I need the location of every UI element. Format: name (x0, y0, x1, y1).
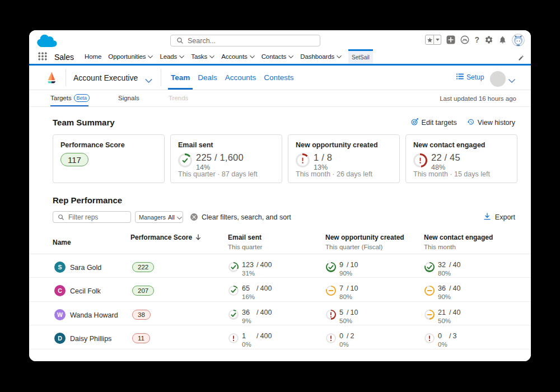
column-header-name[interactable]: Name (53, 239, 71, 246)
sort-desc-icon[interactable] (195, 234, 201, 242)
nav-item-leads[interactable]: Leads (160, 53, 184, 60)
app-tab-team[interactable]: Team (171, 66, 190, 90)
column-label: New contact engaged (424, 234, 493, 241)
beta-badge: Beta (74, 94, 90, 102)
avatar: C (54, 285, 66, 296)
star-icon[interactable] (425, 35, 434, 45)
column-header-new-contact-engaged[interactable]: New contact engagedThis month (424, 234, 493, 250)
global-header: ? (29, 30, 531, 49)
managers-dropdown[interactable]: Managers All (135, 211, 183, 223)
divider (161, 69, 161, 86)
notifications-bell-icon[interactable] (498, 35, 507, 44)
favorites-button[interactable] (425, 35, 441, 45)
metric-slash: / (256, 309, 258, 316)
edit-page-pencil-icon[interactable] (518, 53, 524, 63)
rep-row-sara-gold[interactable]: SSara Gold222123/40031%9/1090%32/4080% (29, 254, 531, 278)
filter-reps-input[interactable] (53, 211, 131, 223)
metric-denominator: 2 (350, 332, 354, 340)
column-header-performance-score[interactable]: Performance Score (130, 234, 201, 242)
performance-score-pill: 207 (132, 286, 154, 296)
chevron-down-icon[interactable] (508, 75, 515, 85)
tab-signals[interactable]: Signals (118, 95, 139, 101)
app-tab-contests[interactable]: Contests (264, 66, 293, 90)
metric-contact: 36/4090% (424, 284, 460, 300)
rep-name: Wanda Howard (70, 311, 118, 319)
metric-slash: / (256, 261, 258, 269)
chevron-down-icon[interactable] (337, 55, 342, 58)
nav-item-label: Home (85, 53, 101, 60)
progress-ring-warn (424, 286, 435, 296)
user-avatar[interactable] (512, 34, 525, 46)
rep-row-daisy-phillips[interactable]: DDaisy Phillips111/4000%0/20%0/30% (29, 325, 531, 349)
global-search[interactable] (170, 35, 320, 46)
favorites-caret-icon[interactable] (434, 35, 441, 45)
role-selector[interactable]: Account Executive (73, 73, 138, 82)
help-icon[interactable]: ? (474, 35, 479, 44)
chevron-down-icon[interactable] (145, 75, 152, 85)
chevron-down-icon[interactable] (250, 55, 255, 58)
column-header-new-opportunity-created[interactable]: New opportunity createdThis quarter (Fis… (325, 234, 404, 250)
metric-numerator: 7 (339, 284, 345, 292)
card-title: New contact engaged (413, 141, 510, 149)
metric-email: 123/40031% (228, 261, 272, 277)
rep-row-wanda-howard[interactable]: WWanda Howard3836/4009%5/1050%21/4050% (29, 302, 531, 326)
nav-item-home[interactable]: Home (85, 53, 101, 60)
metric-percent: 50% (339, 318, 358, 324)
performance-score-pill: 222 (132, 262, 154, 272)
setup-gear-icon[interactable] (484, 35, 493, 44)
metric-denominator: 40 (452, 261, 460, 269)
nav-item-dashboards[interactable]: Dashboards (300, 53, 342, 60)
metric-denominator: 10 (350, 261, 358, 269)
view-history-button[interactable]: View history (467, 118, 515, 127)
progress-ring-good (228, 262, 239, 272)
card-footnote: This month · 15 days left (413, 171, 490, 178)
salesforce-logo-icon (36, 34, 57, 51)
metric-opp: 7/1080% (326, 284, 358, 300)
tab-targets[interactable]: Targets (50, 95, 72, 101)
chevron-down-icon[interactable] (179, 55, 184, 58)
nav-item-label: Accounts (221, 53, 248, 60)
export-button[interactable]: Export (484, 211, 515, 223)
app-tab-deals[interactable]: Deals (198, 66, 217, 90)
metric-denominator: 400 (260, 309, 272, 316)
card-title: New opportunity created (296, 141, 392, 149)
rep-row-cecil-folk[interactable]: CCecil Folk20765/40016%7/1080%36/4090% (29, 278, 531, 302)
metric-slash: / (347, 261, 348, 269)
nav-items: HomeOpportunitiesLeadsTasksAccountsConta… (85, 49, 342, 64)
profile-avatar[interactable] (490, 71, 506, 87)
chevron-down-icon[interactable] (288, 55, 293, 58)
nav-item-accounts[interactable]: Accounts (221, 53, 255, 60)
filter-reps-field[interactable] (68, 213, 122, 221)
metric-opp: 0/20% (326, 332, 354, 348)
tab-trends[interactable]: Trends (169, 95, 188, 101)
global-actions-icon[interactable] (446, 35, 455, 44)
team-summary-actions: Edit targets View history (411, 118, 515, 127)
metric-slash: / (449, 309, 451, 316)
search-icon (176, 37, 184, 44)
search-input[interactable] (188, 37, 300, 45)
chevron-down-icon[interactable] (148, 55, 153, 58)
metric-percent: 0% (438, 341, 456, 348)
column-header-email-sent[interactable]: Email sentThis quarter (228, 234, 262, 250)
app-launcher-icon[interactable] (38, 52, 48, 63)
nav-item-opportunities[interactable]: Opportunities (108, 53, 153, 60)
edit-targets-button[interactable]: Edit targets (411, 118, 457, 127)
metric-numerator: 0 (339, 332, 345, 340)
clear-filters-button[interactable]: Clear filters, search, and sort (190, 211, 291, 223)
check-icon (178, 153, 192, 167)
metric-percent: 0% (339, 341, 354, 348)
app-tab-accounts[interactable]: Accounts (225, 66, 256, 90)
setup-link[interactable]: Setup (456, 73, 484, 81)
app-name[interactable]: Sales (54, 53, 74, 62)
nav-item-label: Contacts (262, 53, 287, 60)
guidance-center-icon[interactable] (460, 35, 469, 44)
nav-item-contacts[interactable]: Contacts (262, 53, 294, 60)
nav-tab-setsail[interactable]: SetSail (348, 49, 373, 64)
edit-targets-icon (411, 118, 418, 127)
chevron-down-icon[interactable] (209, 55, 214, 58)
performance-score-pill: 38 (132, 310, 151, 320)
setup-list-icon (456, 73, 464, 81)
team-summary-title: Team Summary (53, 118, 115, 127)
card-footnote: This quarter · 87 days left (178, 171, 258, 178)
nav-item-tasks[interactable]: Tasks (191, 53, 214, 60)
